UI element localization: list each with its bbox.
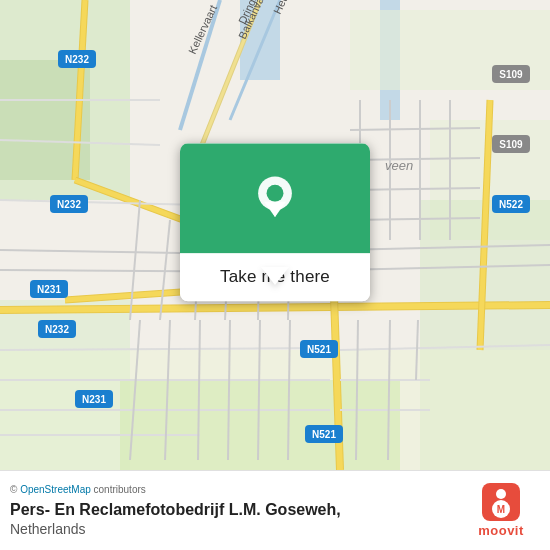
popup-green-area <box>180 143 370 253</box>
svg-point-81 <box>496 489 506 499</box>
n231-bot-label: N231 <box>82 394 106 405</box>
business-country: Netherlands <box>10 521 341 537</box>
openstreetmap-credit: © OpenStreetMap contributors <box>10 484 341 495</box>
moovit-logo-icon: M <box>482 483 520 521</box>
n232-mid-label: N232 <box>57 199 81 210</box>
svg-point-77 <box>267 185 284 202</box>
credit-suffix: contributors <box>91 484 146 495</box>
n232-bot-label: N232 <box>45 324 69 335</box>
n232-top-label: N232 <box>65 54 89 65</box>
s109-mid-label: S109 <box>499 139 523 150</box>
business-name: Pers- En Reclamefotobedrijf L.M. Goseweh… <box>10 501 341 519</box>
credit-prefix: © <box>10 484 20 495</box>
map-container: N232 N232 N232 N231 N231 N521 N521 N522 … <box>0 0 550 470</box>
openstreetmap-link[interactable]: OpenStreetMap <box>20 484 91 495</box>
bottom-left-info: © OpenStreetMap contributors Pers- En Re… <box>10 484 341 537</box>
svg-text:M: M <box>497 504 505 515</box>
moovit-text: moovit <box>478 523 524 538</box>
n231-left-label: N231 <box>37 284 61 295</box>
svg-marker-79 <box>267 203 282 217</box>
n521-mid-label: N521 <box>307 344 331 355</box>
moovit-logo[interactable]: M moovit <box>466 483 536 538</box>
popup-triangle <box>261 267 289 285</box>
location-pin-icon <box>248 171 302 225</box>
n522-label: N522 <box>499 199 523 210</box>
svg-rect-10 <box>120 380 400 470</box>
n521-bot-label: N521 <box>312 429 336 440</box>
veen-label: veen <box>385 158 413 173</box>
bottom-bar: © OpenStreetMap contributors Pers- En Re… <box>0 470 550 550</box>
s109-top-label: S109 <box>499 69 523 80</box>
